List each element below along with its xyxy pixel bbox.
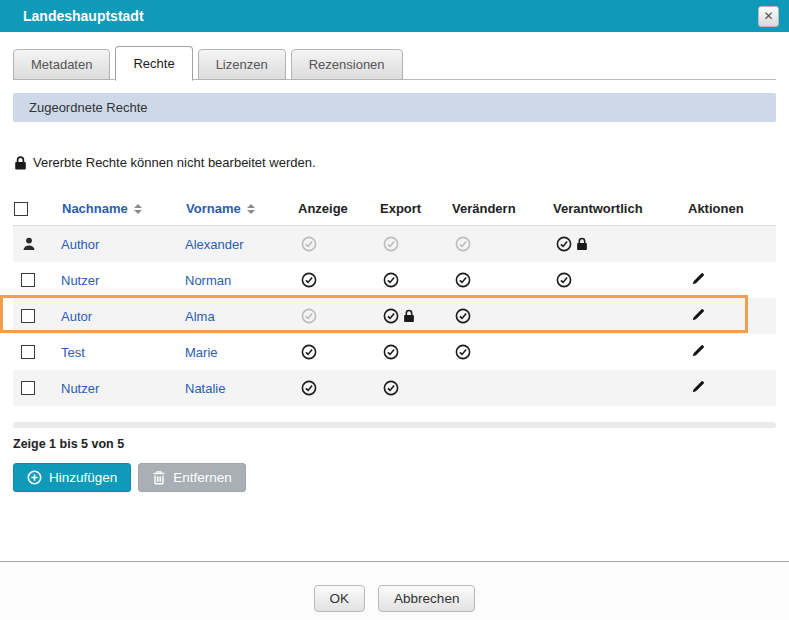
export-status [379,236,451,252]
tab-rezensionen[interactable]: Rezensionen [291,49,403,80]
table-body: AuthorAlexander NutzerNorman AutorAlma [13,226,776,406]
veraendern-status [451,236,552,252]
close-icon[interactable]: ✕ [758,6,779,27]
edit-row-button[interactable] [691,307,706,322]
export-status [379,344,451,360]
table-row: TestMarie [13,334,776,370]
sort-icon [134,204,142,214]
vorname-link[interactable]: Norman [185,273,231,288]
table-row: AutorAlma [13,298,776,334]
vorname-link[interactable]: Natalie [185,381,225,396]
check-circle-icon [455,344,471,360]
nachname-link[interactable]: Autor [61,309,92,324]
check-circle-icon [301,272,317,288]
check-circle-icon [383,272,399,288]
cancel-button[interactable]: Abbrechen [378,585,475,612]
export-status [379,308,451,324]
add-button[interactable]: Hinzufügen [13,463,131,492]
column-header-aktionen: Aktionen [687,201,776,216]
vorname-link[interactable]: Alexander [185,237,244,252]
check-circle-icon [383,380,399,396]
tab-lizenzen[interactable]: Lizenzen [198,49,286,80]
check-circle-icon [301,308,317,324]
sort-icon [247,204,255,214]
tab-bar: Metadaten Rechte Lizenzen Rezensionen [13,47,776,80]
notice-text: Vererbte Rechte können nicht bearbeitet … [33,155,316,170]
ok-button[interactable]: OK [314,585,366,612]
column-header-verantwortlich: Verantwortlich [552,201,687,216]
edit-row-button[interactable] [691,343,706,358]
tab-metadaten[interactable]: Metadaten [13,49,110,80]
table-header-row: Nachname Vorname Anzeige Export Veränder… [13,192,776,226]
result-summary: Zeige 1 bis 5 von 5 [13,437,776,451]
person-icon [21,236,37,252]
check-circle-icon [556,272,572,288]
anzeige-status [297,272,379,288]
column-header-anzeige: Anzeige [297,201,379,216]
dialog-titlebar: Landeshauptstadt ✕ [0,0,789,32]
select-all-checkbox[interactable] [14,202,28,216]
trash-icon [152,470,166,485]
remove-button[interactable]: Entfernen [138,463,246,492]
dialog-footer: OK Abbrechen [0,562,789,620]
section-header: Zugeordnete Rechte [13,93,776,122]
rights-table: Nachname Vorname Anzeige Export Veränder… [13,192,776,406]
edit-pencil-icon [691,379,706,394]
check-circle-icon [383,344,399,360]
check-circle-icon [455,236,471,252]
rights-dialog: Landeshauptstadt ✕ Metadaten Rechte Lize… [0,0,789,620]
anzeige-status [297,380,379,396]
edit-row-button[interactable] [691,271,706,286]
edit-row-button[interactable] [691,379,706,394]
check-circle-icon [301,344,317,360]
anzeige-status [297,236,379,252]
veraendern-status [451,308,552,324]
nachname-link[interactable]: Test [61,345,85,360]
check-circle-icon [455,272,471,288]
check-circle-icon [383,308,399,324]
lock-icon [403,309,415,323]
verantwortlich-status [552,272,687,288]
edit-pencil-icon [691,343,706,358]
row-checkbox[interactable] [21,345,35,359]
dialog-title: Landeshauptstadt [23,8,758,24]
plus-circle-icon [27,470,42,485]
check-circle-icon [556,236,572,252]
edit-pencil-icon [691,271,706,286]
inherited-rights-notice: Vererbte Rechte können nicht bearbeitet … [13,155,776,170]
veraendern-status [451,272,552,288]
export-status [379,272,451,288]
row-checkbox[interactable] [21,381,35,395]
column-header-export: Export [379,201,451,216]
veraendern-status [451,344,552,360]
nachname-link[interactable]: Author [61,237,99,252]
check-circle-icon [301,380,317,396]
horizontal-scrollbar[interactable] [13,422,776,428]
check-circle-icon [301,236,317,252]
edit-pencil-icon [691,307,706,322]
lock-icon [576,237,588,251]
check-circle-icon [383,236,399,252]
row-checkbox[interactable] [21,309,35,323]
table-row: NutzerNorman [13,262,776,298]
anzeige-status [297,308,379,324]
vorname-link[interactable]: Marie [185,345,218,360]
check-circle-icon [455,308,471,324]
anzeige-status [297,344,379,360]
table-row: AuthorAlexander [13,226,776,262]
export-status [379,380,451,396]
lock-icon [14,156,27,170]
column-header-vorname[interactable]: Vorname [185,201,297,216]
table-row: NutzerNatalie [13,370,776,406]
tab-rechte[interactable]: Rechte [115,46,192,81]
row-checkbox[interactable] [21,273,35,287]
nachname-link[interactable]: Nutzer [61,273,99,288]
column-header-nachname[interactable]: Nachname [61,201,185,216]
vorname-link[interactable]: Alma [185,309,215,324]
nachname-link[interactable]: Nutzer [61,381,99,396]
verantwortlich-status [552,236,687,252]
column-header-veraendern: Verändern [451,201,552,216]
